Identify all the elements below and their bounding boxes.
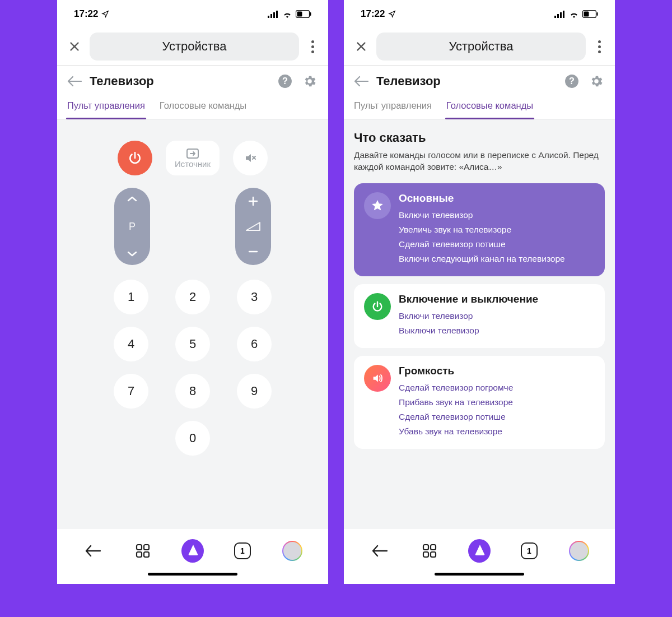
- speaker-icon: [364, 365, 391, 392]
- home-indicator[interactable]: [57, 573, 328, 584]
- status-time: 17:22: [74, 8, 98, 20]
- voice-content: Что сказать Давайте команды голосом или …: [344, 119, 615, 529]
- status-bar: 17:22: [344, 0, 615, 28]
- nav-apps-button[interactable]: [132, 540, 154, 562]
- plus-icon: [248, 196, 259, 207]
- nav-alisa-button[interactable]: [181, 540, 204, 562]
- voice-command[interactable]: Сделай телевизор потише: [399, 237, 595, 252]
- power-icon: [364, 293, 391, 320]
- phone-screen-voice: 17:22 Устройства Телевизор ? Пульт управ…: [344, 0, 615, 584]
- star-icon: [364, 192, 391, 219]
- voice-command[interactable]: Выключи телевизор: [399, 323, 595, 338]
- home-indicator[interactable]: [344, 573, 615, 584]
- mute-button[interactable]: [233, 141, 268, 175]
- voice-card-volume: Громкость Сделай телевизор погромче Приб…: [354, 356, 605, 449]
- nav-profile-button[interactable]: [568, 540, 590, 562]
- sub-header: Телевизор ?: [344, 66, 615, 97]
- back-button[interactable]: [67, 76, 82, 87]
- svg-rect-10: [137, 545, 142, 550]
- more-menu-button[interactable]: [305, 40, 320, 53]
- tab-voice[interactable]: Голосовые команды: [158, 97, 248, 119]
- tab-voice[interactable]: Голосовые команды: [445, 97, 534, 119]
- key-3[interactable]: 3: [237, 280, 272, 314]
- voice-command[interactable]: Включи следующий канал на телевизоре: [399, 252, 595, 266]
- svg-rect-12: [137, 552, 142, 557]
- settings-button[interactable]: [301, 73, 318, 90]
- tab-count: 1: [234, 542, 251, 559]
- nav-tabs-button[interactable]: 1: [518, 540, 540, 562]
- voice-command[interactable]: Сделай телевизор погромче: [399, 381, 595, 395]
- key-5[interactable]: 5: [175, 327, 210, 361]
- back-button[interactable]: [354, 76, 368, 87]
- topbar-title[interactable]: Устройства: [376, 33, 586, 61]
- svg-rect-11: [144, 545, 149, 550]
- key-2[interactable]: 2: [175, 280, 210, 314]
- bottom-nav: 1: [344, 529, 615, 573]
- more-menu-button[interactable]: [591, 40, 607, 53]
- nav-profile-button[interactable]: [281, 540, 304, 562]
- key-0[interactable]: 0: [175, 421, 210, 456]
- avatar: [569, 541, 589, 561]
- cellular-icon: [268, 11, 279, 18]
- tabs: Пульт управления Голосовые команды: [57, 97, 328, 119]
- top-bar: Устройства: [344, 28, 615, 65]
- settings-button[interactable]: [588, 73, 605, 90]
- nav-apps-button[interactable]: [418, 540, 441, 562]
- svg-rect-2: [273, 12, 275, 18]
- card-title: Основные: [399, 192, 595, 205]
- nav-alisa-button[interactable]: [468, 540, 491, 562]
- avatar: [282, 541, 302, 561]
- nav-back-button[interactable]: [82, 540, 104, 562]
- voice-command[interactable]: Сделай телевизор потише: [399, 410, 595, 424]
- key-4[interactable]: 4: [114, 327, 148, 361]
- svg-rect-19: [584, 12, 589, 17]
- svg-rect-16: [560, 12, 562, 18]
- svg-rect-17: [563, 11, 564, 18]
- volume-rocker[interactable]: [235, 188, 271, 265]
- voice-heading: Что сказать: [354, 131, 605, 145]
- voice-card-main: Основные Включи телевизор Увеличь звук н…: [354, 183, 605, 276]
- nav-tabs-button[interactable]: 1: [231, 540, 254, 562]
- alisa-icon: [181, 539, 204, 563]
- channel-rocker[interactable]: P: [114, 188, 150, 265]
- chevron-up-icon: [127, 196, 138, 202]
- keypad: 1 2 3 4 5 6 7 8 9 0: [57, 280, 328, 472]
- svg-rect-24: [431, 545, 436, 550]
- voice-command[interactable]: Включи телевизор: [399, 208, 595, 222]
- close-button[interactable]: [352, 37, 371, 56]
- key-6[interactable]: 6: [237, 327, 272, 361]
- power-button[interactable]: [118, 141, 152, 175]
- key-8[interactable]: 8: [175, 374, 210, 409]
- tab-remote[interactable]: Пульт управления: [353, 97, 433, 119]
- help-button[interactable]: ?: [563, 73, 580, 90]
- key-9[interactable]: 9: [237, 374, 272, 409]
- svg-rect-23: [423, 545, 428, 550]
- close-button[interactable]: [65, 37, 84, 56]
- svg-text:?: ?: [282, 76, 288, 86]
- sub-header: Телевизор ?: [57, 66, 328, 97]
- svg-rect-0: [268, 16, 269, 18]
- top-bar: Устройства: [57, 28, 328, 65]
- wifi-icon: [569, 11, 579, 18]
- help-button[interactable]: ?: [277, 73, 293, 90]
- voice-subtitle: Давайте команды голосом или в переписке …: [354, 150, 605, 173]
- voice-command[interactable]: Убавь звук на телевизоре: [399, 424, 595, 439]
- voice-command[interactable]: Включи телевизор: [399, 309, 595, 323]
- voice-command[interactable]: Прибавь звук на телевизоре: [399, 395, 595, 410]
- source-button[interactable]: Источник: [166, 141, 220, 175]
- tab-remote[interactable]: Пульт управления: [66, 97, 146, 119]
- power-icon: [128, 151, 142, 165]
- nav-back-button[interactable]: [368, 540, 391, 562]
- page-title: Телевизор: [376, 74, 556, 89]
- key-1[interactable]: 1: [114, 280, 148, 314]
- chevron-down-icon: [127, 250, 138, 257]
- bottom-nav: 1: [57, 529, 328, 573]
- key-7[interactable]: 7: [114, 374, 148, 409]
- channel-label: P: [129, 221, 136, 233]
- topbar-title[interactable]: Устройства: [90, 33, 299, 61]
- input-icon: [186, 148, 199, 159]
- svg-rect-5: [297, 12, 302, 17]
- status-bar: 17:22: [57, 0, 328, 28]
- voice-command[interactable]: Увеличь звук на телевизоре: [399, 222, 595, 237]
- mute-icon: [244, 151, 257, 165]
